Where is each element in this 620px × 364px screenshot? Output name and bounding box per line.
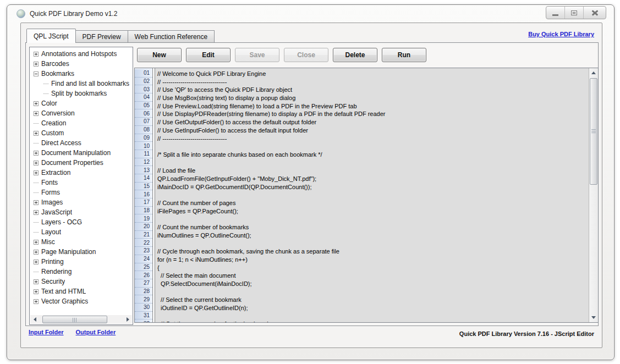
main-panel: QPL JScriptPDF PreviewWeb Function Refer… — [20, 23, 602, 348]
collapse-icon[interactable] — [34, 71, 39, 76]
tree-item[interactable]: Custom — [30, 128, 133, 138]
expand-icon[interactable] — [34, 170, 39, 175]
line-number: 30 — [135, 304, 152, 312]
buy-quick-pdf-library-link[interactable]: Buy Quick PDF Library — [528, 31, 594, 37]
tree-item[interactable]: Document Properties — [30, 158, 133, 168]
tab-pdf-preview[interactable]: PDF Preview — [75, 30, 128, 43]
editor-scrollbar-thumb[interactable] — [590, 78, 597, 185]
tree-item[interactable]: JavaScript — [30, 207, 133, 217]
code-lines[interactable]: // Welcome to Quick PDF Library Engine//… — [155, 68, 589, 322]
line-number: 09 — [135, 134, 152, 142]
tree-connector — [34, 222, 39, 223]
expand-icon[interactable] — [34, 240, 39, 245]
tree-item[interactable]: Forms — [30, 187, 133, 197]
expand-icon[interactable] — [34, 260, 39, 264]
code-line: // Select the main document — [157, 272, 589, 280]
tab-qpl-jscript[interactable]: QPL JScript — [26, 29, 76, 43]
expand-icon[interactable] — [34, 279, 39, 284]
expand-icon[interactable] — [34, 161, 39, 166]
tree-item-label: Bookmarks — [41, 70, 74, 78]
tree-item[interactable]: Creation — [30, 118, 133, 128]
tree-horizontal-scrollbar[interactable] — [30, 315, 132, 324]
scroll-left-icon — [34, 317, 36, 322]
code-editor[interactable]: 0102030405060708091011121314151617181920… — [134, 68, 599, 323]
input-folder-link[interactable]: Input Folder — [29, 329, 64, 335]
line-number: 32 — [135, 319, 152, 322]
line-number: 15 — [135, 183, 152, 191]
tree-item-label: Layers - OCG — [41, 218, 82, 226]
tree-item[interactable]: Barcodes — [30, 59, 133, 69]
expand-icon[interactable] — [34, 151, 39, 156]
expand-icon[interactable] — [34, 111, 39, 116]
line-number: 24 — [135, 255, 152, 263]
tree-item[interactable]: Security — [30, 277, 133, 286]
expand-icon[interactable] — [34, 210, 39, 215]
output-folder-link[interactable]: Output Folder — [76, 329, 116, 335]
tree-item[interactable]: Fonts — [30, 178, 133, 187]
tree-item[interactable]: Split by bookmarks — [30, 89, 133, 98]
title-bar[interactable]: Quick PDF Library Demo v1.2 — [7, 5, 614, 23]
code-line: // -------------------------------- — [157, 78, 589, 86]
minimize-button[interactable] — [546, 7, 565, 19]
tree-item[interactable]: Extraction — [30, 168, 133, 178]
tree-item[interactable]: Printing — [30, 257, 133, 267]
close-button[interactable]: Close — [284, 48, 328, 62]
tree-item[interactable]: Find and list all bookmarks — [30, 79, 133, 89]
scroll-down-button[interactable] — [589, 313, 598, 322]
expand-icon[interactable] — [34, 101, 39, 106]
save-button[interactable]: Save — [235, 48, 279, 62]
tree-item[interactable]: Bookmarks — [30, 69, 133, 79]
line-number: 23 — [135, 247, 152, 255]
tree-item[interactable]: Misc — [30, 237, 133, 247]
expand-icon[interactable] — [34, 131, 39, 136]
expand-icon[interactable] — [34, 52, 39, 57]
tree-item[interactable]: Vector Graphics — [30, 296, 133, 306]
tree-item[interactable]: Direct Access — [30, 138, 133, 148]
scrollbar-grip-icon — [73, 318, 77, 322]
tree-item[interactable]: Images — [30, 197, 133, 207]
new-button[interactable]: New — [137, 48, 182, 62]
tree-item[interactable]: Layout — [30, 227, 133, 237]
tree-item[interactable]: Rendering — [30, 267, 133, 277]
expand-icon[interactable] — [34, 62, 39, 67]
scroll-up-button[interactable] — [589, 68, 598, 78]
code-line: // Welcome to Quick PDF Library Engine — [157, 70, 589, 78]
run-button[interactable]: Run — [382, 48, 426, 62]
close-button[interactable] — [584, 7, 606, 19]
tree-item-label: JavaScript — [41, 208, 72, 216]
tree-item[interactable]: Text and HTML — [30, 286, 133, 296]
tree-item[interactable]: Layers - OCG — [30, 217, 133, 227]
edit-button[interactable]: Edit — [186, 48, 231, 62]
scroll-right-button[interactable] — [123, 315, 132, 324]
editor-vertical-scrollbar[interactable] — [589, 68, 598, 322]
tree-item-label: Fonts — [41, 179, 58, 186]
tree-item-label: Text and HTML — [41, 288, 86, 295]
line-number: 16 — [135, 190, 152, 198]
close-icon — [591, 10, 598, 15]
tree-connector — [43, 84, 48, 84]
line-number: 05 — [135, 102, 152, 110]
expand-icon[interactable] — [34, 289, 39, 294]
tree-item[interactable]: Annotations and Hotspots — [30, 49, 133, 59]
tree-item-label: Forms — [41, 189, 60, 196]
tree-connector — [34, 143, 39, 144]
tree-item[interactable]: Document Manipulation — [30, 148, 133, 158]
line-number: 29 — [135, 295, 152, 304]
tree-item[interactable]: Color — [30, 98, 133, 108]
expand-icon[interactable] — [34, 299, 39, 304]
code-line: // Use 'QP' to access the Quick PDF Libr… — [157, 86, 589, 94]
expand-icon[interactable] — [34, 200, 39, 205]
tree-scrollbar-thumb[interactable] — [42, 316, 107, 323]
tree-item[interactable]: Conversion — [30, 108, 133, 118]
delete-button[interactable]: Delete — [333, 48, 377, 62]
scroll-left-button[interactable] — [30, 315, 39, 324]
maximize-button[interactable] — [565, 7, 584, 19]
tab-web-function-reference[interactable]: Web Function Reference — [128, 30, 215, 43]
tree-item-label: Extraction — [41, 169, 70, 177]
tree-item[interactable]: Page Manipulation — [30, 247, 133, 257]
expand-icon[interactable] — [34, 250, 39, 255]
tree-connector — [34, 232, 39, 233]
code-line: iNumOutlines = QP.OutlineCount(); — [157, 231, 589, 240]
scrollbar-grip-icon — [591, 129, 596, 134]
code-line — [157, 191, 589, 199]
